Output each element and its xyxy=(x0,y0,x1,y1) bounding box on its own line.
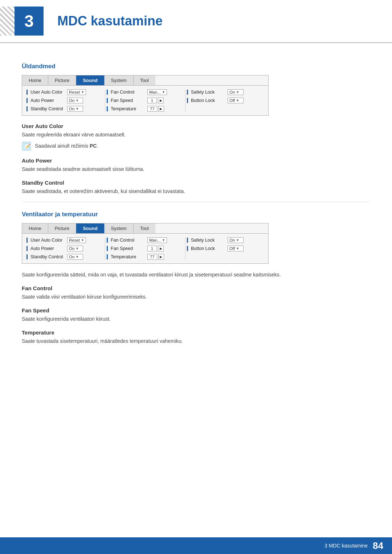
item-heading-fan-control: Fan Control xyxy=(22,285,370,291)
tab-picture-2[interactable]: Picture xyxy=(48,223,76,233)
item-desc-standby-control: Saate seadistada, et ooterežiim aktiveer… xyxy=(22,188,370,195)
page-number: 84 xyxy=(373,540,383,551)
label2-standby-control: Standby Control xyxy=(30,254,65,259)
dropdown2-standby[interactable]: On ▼ xyxy=(67,254,83,260)
dropdown2-safety-lock[interactable]: On ▼ xyxy=(228,237,244,243)
bar-icon-2 xyxy=(26,98,28,103)
fan-speed-arrow[interactable]: ▶ xyxy=(158,98,164,103)
dropdown2-value-standby: On xyxy=(69,255,74,259)
chapter-box: 3 xyxy=(15,7,44,36)
note-box-user-auto-color: 📝 Saadaval ainult režiimis PC. xyxy=(22,141,370,151)
dropdown-auto-power[interactable]: On ▼ xyxy=(67,98,83,103)
dropdown-arrow-reset: ▼ xyxy=(81,90,84,94)
label-auto-power: Auto Power xyxy=(30,98,65,103)
dropdown2-arrow-button-lock: ▼ xyxy=(236,247,239,250)
dropdown2-arrow-auto-power: ▼ xyxy=(75,247,79,250)
dropdown2-arrow-reset: ▼ xyxy=(81,238,84,242)
panel1-col1: User Auto Color Reset ▼ Auto Power On ▼ xyxy=(25,89,105,112)
temperature-control: 77 ▶ xyxy=(147,106,164,112)
label2-user-auto-color: User Auto Color xyxy=(30,238,65,243)
tab-tool-2[interactable]: Tool xyxy=(134,223,155,233)
section1-heading: Üldandmed xyxy=(22,63,370,70)
dropdown-arrow-fan-control: ▼ xyxy=(162,90,165,94)
label-button-lock: Button Lock xyxy=(191,98,225,103)
label2-button-lock: Button Lock xyxy=(191,246,225,251)
dropdown2-reset[interactable]: Reset ▼ xyxy=(67,237,86,243)
item-heading-temperature: Temperature xyxy=(22,329,370,336)
dropdown2-button-lock[interactable]: Off ▼ xyxy=(228,246,244,251)
temperature-arrow-2[interactable]: ▶ xyxy=(158,254,164,260)
item-heading-auto-power: Auto Power xyxy=(22,157,370,164)
dropdown2-auto-power[interactable]: On ▼ xyxy=(67,246,83,251)
dropdown-arrow-standby: ▼ xyxy=(75,107,79,111)
dropdown-arrow-safety-lock: ▼ xyxy=(236,90,239,94)
label-fan-control: Fan Control xyxy=(111,90,145,95)
dropdown-arrow-button-lock: ▼ xyxy=(236,99,239,102)
tab-picture-1[interactable]: Picture xyxy=(48,75,76,85)
temperature-arrow[interactable]: ▶ xyxy=(158,106,164,112)
dropdown2-arrow-safety-lock: ▼ xyxy=(236,238,239,242)
dropdown-value-auto-power: On xyxy=(69,98,74,103)
dropdown-safety-lock[interactable]: On ▼ xyxy=(228,89,244,95)
tab-system-1[interactable]: System xyxy=(105,75,134,85)
row-safety-lock: Safety Lock On ▼ xyxy=(187,89,264,95)
bar-icon2-8 xyxy=(187,246,188,251)
fan-speed-value: 1 xyxy=(147,98,157,103)
tab-sound-1[interactable]: Sound xyxy=(76,75,104,85)
dropdown2-fan-control[interactable]: Man... ▼ xyxy=(147,237,167,243)
dropdown-reset[interactable]: Reset ▼ xyxy=(67,89,86,95)
label-fan-speed: Fan Speed xyxy=(111,98,145,103)
dropdown-arrow-auto-power: ▼ xyxy=(75,99,79,102)
bar-icon-6 xyxy=(107,106,108,111)
bar-icon2-6 xyxy=(107,254,108,259)
row2-user-auto-color: User Auto Color Reset ▼ xyxy=(26,237,103,243)
item-desc-auto-power: Saate seadistada seadme automaatselt sis… xyxy=(22,165,370,173)
bar-icon2-1 xyxy=(26,238,28,243)
dropdown-fan-control[interactable]: Man... ▼ xyxy=(147,89,167,95)
panel2-tabs: Home Picture Sound System Tool xyxy=(22,223,268,234)
main-content: Üldandmed Home Picture Sound System Tool… xyxy=(0,47,392,370)
bar-icon2-4 xyxy=(107,238,108,243)
row-user-auto-color: User Auto Color Reset ▼ xyxy=(26,89,103,95)
tab-sound-2[interactable]: Sound xyxy=(76,223,104,233)
bar-icon xyxy=(26,90,28,95)
item-heading-fan-speed: Fan Speed xyxy=(22,307,370,313)
label-user-auto-color: User Auto Color xyxy=(30,90,65,95)
dropdown-value-button-lock: Off xyxy=(229,98,235,103)
panel2-body: User Auto Color Reset ▼ Auto Power On ▼ xyxy=(22,234,268,263)
bar-icon-5 xyxy=(107,98,108,103)
tab-home-2[interactable]: Home xyxy=(22,223,48,233)
dropdown2-value-reset: Reset xyxy=(69,238,80,242)
tab-system-2[interactable]: System xyxy=(105,223,134,233)
item-desc-fan-control: Saate valida viisi ventilaatori kiiruse … xyxy=(22,293,370,301)
item-heading-user-auto-color: User Auto Color xyxy=(22,123,370,129)
row2-button-lock: Button Lock Off ▼ xyxy=(187,246,264,251)
section2-heading: Ventilaator ja temperatuur xyxy=(22,211,370,218)
bar-icon2-2 xyxy=(26,246,28,251)
tab-tool-1[interactable]: Tool xyxy=(134,75,155,85)
row2-standby-control: Standby Control On ▼ xyxy=(26,254,103,260)
row2-auto-power: Auto Power On ▼ xyxy=(26,246,103,251)
dropdown-value-standby: On xyxy=(69,107,74,111)
section-divider xyxy=(22,202,370,202)
row2-fan-control: Fan Control Man... ▼ xyxy=(107,237,184,243)
dropdown2-value-button-lock: Off xyxy=(229,246,235,251)
tab-home-1[interactable]: Home xyxy=(22,75,48,85)
panel2-col3: Safety Lock On ▼ Button Lock Off ▼ xyxy=(185,237,265,260)
header-stripe-decoration xyxy=(0,7,15,36)
bar-icon-4 xyxy=(107,90,108,95)
item-desc-user-auto-color: Saate reguleerida ekraani värve automaat… xyxy=(22,131,370,139)
panel1-col3: Safety Lock On ▼ Button Lock Off ▼ xyxy=(185,89,265,112)
dropdown-button-lock[interactable]: Off ▼ xyxy=(228,98,244,103)
row2-temperature: Temperature 77 ▶ xyxy=(107,254,184,260)
label2-safety-lock: Safety Lock xyxy=(191,238,225,243)
panel2-col2: Fan Control Man... ▼ Fan Speed 1 ▶ xyxy=(105,237,185,260)
dropdown-standby[interactable]: On ▼ xyxy=(67,106,83,112)
fan-speed-arrow-2[interactable]: ▶ xyxy=(158,246,164,251)
chapter-number: 3 xyxy=(24,13,34,29)
label-temperature: Temperature xyxy=(111,106,145,111)
bar-icon-7 xyxy=(187,90,188,95)
panel1-tabs: Home Picture Sound System Tool xyxy=(22,75,268,86)
label2-auto-power: Auto Power xyxy=(30,246,65,251)
row-fan-control: Fan Control Man... ▼ xyxy=(107,89,184,95)
